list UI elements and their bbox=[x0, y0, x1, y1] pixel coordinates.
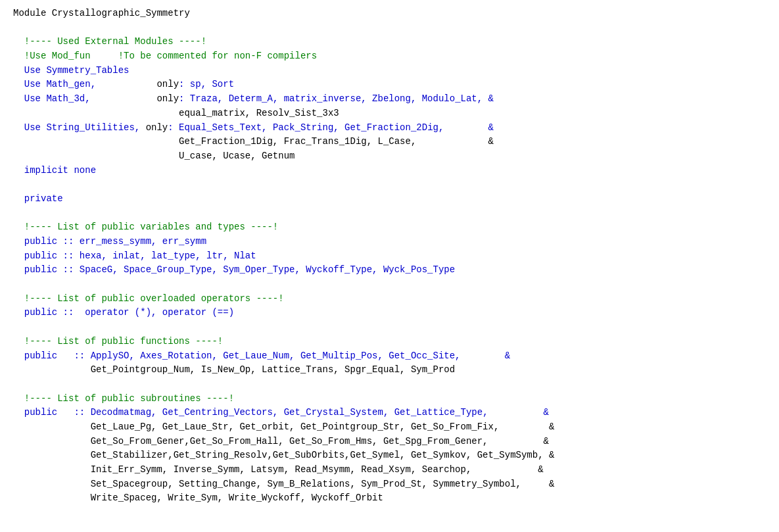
public-functions-line1: public :: ApplySO, Axes_Rotation, Get_La… bbox=[13, 351, 510, 361]
public-subroutines-line6: Set_Spacegroup, Setting_Change, Sym_B_Re… bbox=[13, 479, 554, 489]
use-symmetry-tables: Use Symmetry_Tables bbox=[13, 65, 129, 76]
private-keyword: private bbox=[13, 193, 63, 204]
public-subroutines-line2: Get_Laue_Pg, Get_Laue_Str, Get_orbit, Ge… bbox=[13, 422, 554, 432]
comment-use-mod-fun: !Use Mod_fun !To be commented for non-F … bbox=[13, 51, 317, 61]
public-subroutines-line1: public :: Decodmatmag, Get_Centring_Vect… bbox=[13, 407, 549, 418]
public-operators: public :: operator (*), operator (==) bbox=[13, 307, 234, 318]
comment-public-subroutines: !---- List of public subroutines ----! bbox=[13, 393, 234, 404]
public-vars-line2: public :: hexa, inlat, lat_type, ltr, Nl… bbox=[13, 251, 256, 261]
public-subroutines-line7: Write_Spaceg, Write_Sym, Write_Wyckoff, … bbox=[13, 493, 383, 503]
use-string-utilities-line2: Get_Fraction_1Dig, Frac_Trans_1Dig, L_Ca… bbox=[13, 136, 494, 147]
code-container: Module Crystallographic_Symmetry !---- U… bbox=[13, 7, 766, 506]
use-string-utilities-line1: Use String_Utilities, only: Equal_Sets_T… bbox=[13, 122, 494, 133]
comment-used-external: !---- Used External Modules ----! bbox=[13, 36, 206, 47]
use-string-utilities-line3: U_case, Ucase, Getnum bbox=[13, 151, 295, 161]
use-math-3d-line2: equal_matrix, Resolv_Sist_3x3 bbox=[13, 108, 339, 118]
use-math-gen: Use Math_gen, only: sp, Sort bbox=[13, 79, 234, 89]
public-subroutines-line3: Get_So_From_Gener,Get_So_From_Hall, Get_… bbox=[13, 436, 549, 447]
public-functions-line2: Get_Pointgroup_Num, Is_New_Op, Lattice_T… bbox=[13, 364, 455, 375]
implicit-none: implicit none bbox=[13, 165, 96, 176]
public-subroutines-line4: Get_Stabilizer,Get_String_Resolv,Get_Sub… bbox=[13, 450, 554, 460]
comment-public-operators: !---- List of public overloaded operator… bbox=[13, 293, 284, 304]
public-vars-line3: public :: SpaceG, Space_Group_Type, Sym_… bbox=[13, 264, 455, 275]
public-subroutines-line5: Init_Err_Symm, Inverse_Symm, Latsym, Rea… bbox=[13, 464, 544, 475]
use-math-3d-line1: Use Math_3d, only: Traza, Determ_A, matr… bbox=[13, 93, 494, 104]
comment-public-vars: !---- List of public variables and types… bbox=[13, 222, 278, 232]
public-vars-line1: public :: err_mess_symm, err_symm bbox=[13, 236, 206, 247]
comment-public-functions: !---- List of public functions ----! bbox=[13, 336, 223, 347]
module-title: Module Crystallographic_Symmetry bbox=[13, 8, 190, 18]
